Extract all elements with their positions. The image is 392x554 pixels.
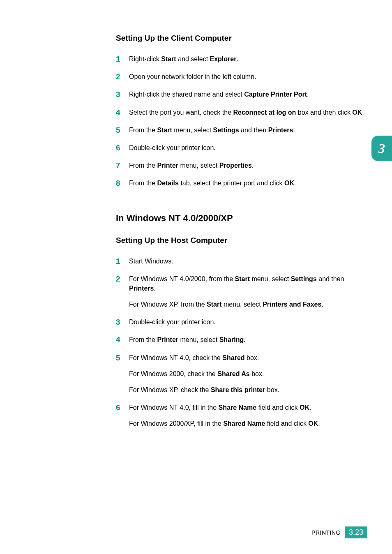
step-item: Double-click your printer icon. (116, 317, 367, 327)
step-item: For Windows NT 4.0, check the Shared box… (116, 353, 367, 395)
step-subtext: For Windows 2000/XP, fill in the Shared … (129, 419, 367, 428)
steps-list-client: Right-click Start and select Explorer.Op… (116, 54, 367, 188)
chapter-number: 3 (378, 141, 385, 156)
step-item: From the Printer menu, select Properties… (116, 161, 367, 170)
step-subtext: For Windows 2000, check the Shared As bo… (129, 369, 367, 379)
step-item: Start Windows. (116, 256, 367, 266)
page: 3 Setting Up the Client Computer Right-c… (0, 0, 392, 554)
step-item: Double-click your printer icon. (116, 143, 367, 152)
steps-list-host: Start Windows.For Windows NT 4.0/2000, f… (116, 256, 367, 429)
step-item: From the Start menu, select Settings and… (116, 125, 367, 135)
step-item: For Windows NT 4.0/2000, from the Start … (116, 274, 367, 309)
step-item: From the Details tab, select the printer… (116, 178, 367, 188)
step-item: Right-click the shared name and select C… (116, 90, 367, 99)
step-item: Right-click Start and select Explorer. (116, 54, 367, 64)
page-footer: PRINTING 3.23 (311, 526, 367, 538)
footer-page-number: 3.23 (345, 526, 367, 538)
step-item: From the Printer menu, select Sharing. (116, 335, 367, 344)
step-subtext: For Windows XP, from the Start menu, sel… (129, 300, 367, 309)
section-heading-host: Setting Up the Host Computer (116, 236, 367, 245)
footer-label: PRINTING (311, 529, 341, 536)
step-item: Open your network folder in the left col… (116, 72, 367, 81)
step-item: Select the port you want, check the Reco… (116, 108, 367, 117)
section-title-nt: In Windows NT 4.0/2000/XP (116, 213, 367, 224)
step-item: For Windows NT 4.0, fill in the Share Na… (116, 403, 367, 428)
section-heading-client: Setting Up the Client Computer (116, 34, 367, 43)
step-subtext: For Windows XP, check the Share this pri… (129, 385, 367, 395)
chapter-tab: 3 (371, 136, 392, 161)
